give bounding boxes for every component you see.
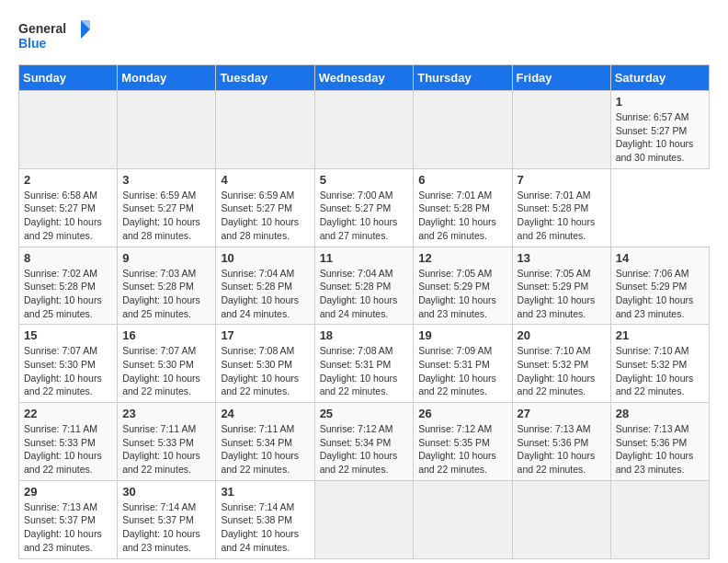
day-cell-24: 24Sunrise: 7:11 AMSunset: 5:34 PMDayligh…: [216, 403, 314, 481]
day-cell-20: 20Sunrise: 7:10 AMSunset: 5:32 PMDayligh…: [512, 325, 610, 403]
week-row-6: 29Sunrise: 7:13 AMSunset: 5:37 PMDayligh…: [19, 480, 710, 558]
day-number: 15: [24, 328, 112, 342]
day-number: 23: [122, 407, 210, 420]
empty-cell: [314, 91, 414, 169]
day-number: 14: [616, 251, 704, 265]
day-number: 18: [320, 328, 409, 342]
week-row-1: 1Sunrise: 6:57 AMSunset: 5:27 PMDaylight…: [19, 91, 710, 169]
day-cell-5: 5Sunrise: 7:00 AMSunset: 5:27 PMDaylight…: [314, 168, 414, 247]
day-info: Sunrise: 7:11 AMSunset: 5:33 PMDaylight:…: [24, 422, 112, 477]
day-info: Sunrise: 7:09 AMSunset: 5:31 PMDaylight:…: [418, 344, 506, 398]
day-number: 13: [518, 251, 606, 265]
day-number: 5: [320, 173, 409, 187]
day-cell-23: 23Sunrise: 7:11 AMSunset: 5:33 PMDayligh…: [118, 403, 216, 481]
day-number: 12: [418, 251, 506, 265]
week-row-2: 2Sunrise: 6:58 AMSunset: 5:27 PMDaylight…: [19, 168, 710, 247]
day-cell-4: 4Sunrise: 6:59 AMSunset: 5:27 PMDaylight…: [216, 168, 314, 247]
day-info: Sunrise: 7:00 AMSunset: 5:27 PMDaylight:…: [320, 189, 409, 243]
day-cell-17: 17Sunrise: 7:08 AMSunset: 5:30 PMDayligh…: [216, 325, 314, 403]
day-cell-18: 18Sunrise: 7:08 AMSunset: 5:31 PMDayligh…: [314, 325, 414, 403]
day-cell-3: 3Sunrise: 6:59 AMSunset: 5:27 PMDaylight…: [118, 168, 216, 247]
empty-cell: [610, 480, 709, 558]
day-info: Sunrise: 7:04 AMSunset: 5:28 PMDaylight:…: [221, 267, 309, 321]
day-number: 27: [518, 407, 606, 420]
header-cell-saturday: Saturday: [610, 65, 709, 91]
day-info: Sunrise: 7:11 AMSunset: 5:34 PMDaylight:…: [221, 422, 309, 477]
day-info: Sunrise: 7:12 AMSunset: 5:35 PMDaylight:…: [418, 422, 506, 477]
day-number: 17: [221, 328, 309, 342]
week-row-3: 8Sunrise: 7:02 AMSunset: 5:28 PMDaylight…: [19, 247, 710, 325]
empty-cell: [512, 91, 610, 169]
day-number: 9: [122, 251, 210, 265]
day-info: Sunrise: 7:06 AMSunset: 5:29 PMDaylight:…: [616, 267, 704, 321]
day-info: Sunrise: 7:10 AMSunset: 5:32 PMDaylight:…: [616, 344, 704, 398]
header: General Blue: [18, 18, 710, 55]
day-number: 8: [24, 251, 112, 265]
header-cell-monday: Monday: [118, 65, 216, 91]
day-cell-12: 12Sunrise: 7:05 AMSunset: 5:29 PMDayligh…: [414, 247, 512, 325]
header-cell-wednesday: Wednesday: [314, 65, 414, 91]
header-cell-friday: Friday: [512, 65, 610, 91]
empty-cell: [414, 480, 512, 558]
day-number: 1: [616, 95, 704, 109]
day-info: Sunrise: 7:05 AMSunset: 5:29 PMDaylight:…: [518, 267, 606, 321]
day-info: Sunrise: 6:57 AMSunset: 5:27 PMDaylight:…: [616, 110, 704, 165]
day-number: 25: [320, 407, 409, 420]
day-number: 3: [122, 173, 210, 187]
day-number: 7: [518, 173, 606, 187]
day-info: Sunrise: 7:07 AMSunset: 5:30 PMDaylight:…: [24, 344, 112, 398]
empty-cell: [19, 91, 118, 169]
day-info: Sunrise: 7:13 AMSunset: 5:37 PMDaylight:…: [24, 500, 112, 555]
day-cell-30: 30Sunrise: 7:14 AMSunset: 5:37 PMDayligh…: [118, 480, 216, 558]
day-number: 16: [122, 328, 210, 342]
day-number: 2: [24, 173, 112, 187]
empty-cell: [314, 480, 414, 558]
day-cell-27: 27Sunrise: 7:13 AMSunset: 5:36 PMDayligh…: [512, 403, 610, 481]
logo-svg: General Blue: [18, 18, 92, 55]
day-cell-28: 28Sunrise: 7:13 AMSunset: 5:36 PMDayligh…: [610, 403, 709, 481]
svg-text:General: General: [18, 21, 66, 36]
day-info: Sunrise: 7:08 AMSunset: 5:30 PMDaylight:…: [221, 344, 309, 398]
day-cell-6: 6Sunrise: 7:01 AMSunset: 5:28 PMDaylight…: [414, 168, 512, 247]
day-cell-11: 11Sunrise: 7:04 AMSunset: 5:28 PMDayligh…: [314, 247, 414, 325]
day-info: Sunrise: 7:08 AMSunset: 5:31 PMDaylight:…: [320, 344, 409, 398]
day-number: 31: [221, 485, 309, 499]
day-cell-16: 16Sunrise: 7:07 AMSunset: 5:30 PMDayligh…: [118, 325, 216, 403]
day-info: Sunrise: 7:13 AMSunset: 5:36 PMDaylight:…: [616, 422, 704, 477]
day-cell-29: 29Sunrise: 7:13 AMSunset: 5:37 PMDayligh…: [19, 480, 118, 558]
day-number: 24: [221, 407, 309, 420]
day-number: 6: [418, 173, 506, 187]
header-cell-sunday: Sunday: [19, 65, 118, 91]
day-info: Sunrise: 7:11 AMSunset: 5:33 PMDaylight:…: [122, 422, 210, 477]
day-cell-25: 25Sunrise: 7:12 AMSunset: 5:34 PMDayligh…: [314, 403, 414, 481]
svg-text:Blue: Blue: [18, 36, 47, 51]
week-row-5: 22Sunrise: 7:11 AMSunset: 5:33 PMDayligh…: [19, 403, 710, 481]
day-number: 10: [221, 251, 309, 265]
day-info: Sunrise: 7:12 AMSunset: 5:34 PMDaylight:…: [320, 422, 409, 477]
day-number: 29: [24, 485, 112, 499]
calendar-table: SundayMondayTuesdayWednesdayThursdayFrid…: [18, 64, 710, 559]
day-cell-2: 2Sunrise: 6:58 AMSunset: 5:27 PMDaylight…: [19, 168, 118, 247]
empty-cell: [118, 91, 216, 169]
day-info: Sunrise: 7:14 AMSunset: 5:38 PMDaylight:…: [221, 500, 309, 555]
day-info: Sunrise: 7:03 AMSunset: 5:28 PMDaylight:…: [122, 267, 210, 321]
logo: General Blue: [18, 18, 92, 55]
day-cell-21: 21Sunrise: 7:10 AMSunset: 5:32 PMDayligh…: [610, 325, 709, 403]
header-row: SundayMondayTuesdayWednesdayThursdayFrid…: [19, 65, 710, 91]
day-info: Sunrise: 6:59 AMSunset: 5:27 PMDaylight:…: [122, 189, 210, 243]
empty-cell: [216, 91, 314, 169]
day-info: Sunrise: 7:13 AMSunset: 5:36 PMDaylight:…: [518, 422, 606, 477]
day-number: 28: [616, 407, 704, 420]
day-info: Sunrise: 6:58 AMSunset: 5:27 PMDaylight:…: [24, 189, 112, 243]
day-cell-9: 9Sunrise: 7:03 AMSunset: 5:28 PMDaylight…: [118, 247, 216, 325]
day-number: 11: [320, 251, 409, 265]
day-info: Sunrise: 7:05 AMSunset: 5:29 PMDaylight:…: [418, 267, 506, 321]
day-number: 4: [221, 173, 309, 187]
header-cell-thursday: Thursday: [414, 65, 512, 91]
empty-cell: [512, 480, 610, 558]
day-cell-10: 10Sunrise: 7:04 AMSunset: 5:28 PMDayligh…: [216, 247, 314, 325]
day-number: 20: [518, 328, 606, 342]
day-cell-19: 19Sunrise: 7:09 AMSunset: 5:31 PMDayligh…: [414, 325, 512, 403]
day-info: Sunrise: 7:04 AMSunset: 5:28 PMDaylight:…: [320, 267, 409, 321]
day-cell-1: 1Sunrise: 6:57 AMSunset: 5:27 PMDaylight…: [610, 91, 709, 169]
